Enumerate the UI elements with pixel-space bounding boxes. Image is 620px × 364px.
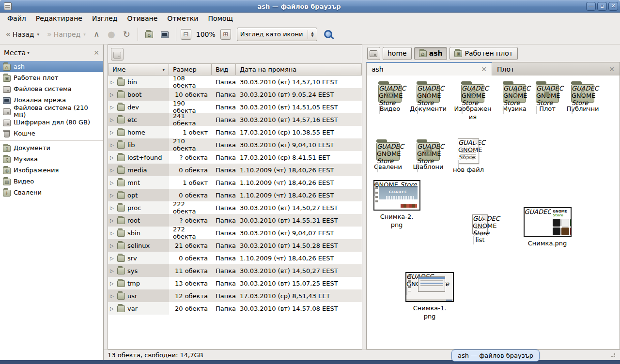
sidebar-item-filesystem[interactable]: Файлова система [0,83,103,94]
view-mode-select[interactable]: Изглед като икони ▲▼ [237,28,317,41]
expander-icon[interactable]: ▷ [110,117,115,122]
tab-desktop[interactable]: Плот ✕ [492,62,620,76]
folder-downloads[interactable]: GUADEC GNOME Store Свалени [368,138,408,171]
expander-icon[interactable]: ▷ [110,293,115,299]
file-snimka-1-png[interactable]: GUADEC GNOME Store Снимка-1. png [403,272,456,320]
file-snimka-png[interactable]: GUADEC GNOME Store Снимка.png [521,207,574,247]
sidebar-item-home-ash[interactable]: ash [0,61,103,72]
expander-icon[interactable]: ▷ [110,218,115,223]
titlebar[interactable]: ash — файлов браузър — ▫ ✕ [0,0,620,13]
tree-root-button[interactable] [111,48,124,61]
path-home-button[interactable]: home [383,47,412,60]
table-row[interactable]: ▷ lost+found ? обекта Папка 17.03.2010 (… [108,151,362,164]
pane-splitter[interactable] [104,45,108,349]
reload-button[interactable]: ↻ [120,28,133,41]
table-row[interactable]: ▷ media 0 обекта Папка 1.10.2009 (чт) 18… [108,164,362,176]
home-button[interactable] [142,29,156,40]
path-desktop-button[interactable]: Работен плот [450,47,517,60]
pane-splitter[interactable] [362,45,366,349]
table-row[interactable]: ▷ opt 0 обекта Папка 1.10.2009 (чт) 18,4… [108,189,362,201]
zoom-in-button[interactable]: ⊞ [220,29,231,40]
folder-videos[interactable]: GUADEC GNOME Store Видео [370,80,410,113]
table-row[interactable]: ▷ boot 10 обекта Папка 30.03.2010 (вт) 9… [108,88,362,101]
table-row[interactable]: ▷ root ? обекта Папка 30.03.2010 (вт) 14… [108,214,362,227]
expander-icon[interactable]: ▷ [110,142,115,148]
expander-icon[interactable]: ▷ [110,92,115,97]
expander-icon[interactable]: ▷ [110,79,115,85]
menu-item[interactable]: Отиване [123,14,162,23]
folder-templates[interactable]: GUADEC GNOME Store Шаблони [408,138,449,171]
close-button[interactable]: ✕ [608,2,618,11]
table-row[interactable]: ▷ sbin 272 обекта Папка 30.03.2010 (вт) … [108,227,362,239]
file-list[interactable]: GUADEC GNOME Store list [461,213,499,244]
expander-icon[interactable]: ▷ [110,243,115,248]
forward-button[interactable]: » Напред ▾ [44,28,89,41]
file-new-file[interactable]: GUADEC GNOME Store нов файл [448,137,489,174]
expander-icon[interactable]: ▷ [110,230,115,236]
menu-item[interactable]: Изглед [88,14,122,23]
expander-icon[interactable]: ▷ [110,180,115,185]
table-row[interactable]: ▷ lib 210 обекта Папка 30.03.2010 (вт) 9… [108,138,362,151]
table-row[interactable]: ▷ var 20 обекта Папка 30.03.2010 (вт) 14… [108,302,362,315]
sidebar-title[interactable]: Места [4,49,26,57]
minimize-button[interactable]: — [586,2,596,11]
table-row[interactable]: ▷ usr 12 обекта Папка 17.03.2010 (ср) 8,… [108,289,362,302]
table-row[interactable]: ▷ bin 108 обекта Папка 30.03.2010 (вт) 1… [108,76,362,88]
expander-icon[interactable]: ▷ [110,205,115,211]
expander-icon[interactable]: ▷ [110,105,115,110]
chevron-down-icon[interactable]: ▾ [27,50,30,55]
path-current-button[interactable]: ash [414,47,448,60]
computer-button[interactable] [158,29,171,40]
up-button[interactable]: ∧ [91,28,103,41]
zoom-out-button[interactable]: ⊟ [181,29,191,40]
table-row[interactable]: ▷ tmp 13 обекта Папка 30.03.2010 (вт) 15… [108,277,362,289]
table-row[interactable]: ▷ proc 222 обекта Папка 30.03.2010 (вт) … [108,201,362,214]
folder-documents[interactable]: GUADEC GNOME Store Документи [405,80,451,113]
menu-item[interactable]: Файл [3,14,31,23]
expander-icon[interactable]: ▷ [110,281,115,286]
table-row[interactable]: ▷ sys 11 обекта Папка 30.03.2010 (вт) 14… [108,264,362,277]
icon-view[interactable]: GUADEC GNOME Store Видео [366,76,620,349]
tab-close-icon[interactable]: ✕ [609,65,615,73]
menu-item[interactable]: Редактиране [31,14,87,23]
column-header-size[interactable]: Размер [169,63,212,76]
column-header-name[interactable]: Име ▾ [108,63,169,76]
tab-close-icon[interactable]: ✕ [481,65,487,73]
expander-icon[interactable]: ▷ [110,167,115,173]
sidebar-item-videos[interactable]: Видео [0,176,103,187]
path-root-button[interactable] [367,47,380,60]
expander-icon[interactable]: ▷ [110,306,115,311]
sidebar-item-desktop[interactable]: Работен плот [0,72,103,83]
sidebar-item-pictures[interactable]: Изображения [0,165,103,176]
table-row[interactable]: ▷ mnt 1 обект Папка 1.10.2009 (чт) 18,40… [108,176,362,189]
sidebar-item-trash[interactable]: Кошче [0,128,103,139]
table-row[interactable]: ▷ etc 241 обекта Папка 30.03.2010 (вт) 1… [108,113,362,126]
forward-dropdown-icon[interactable]: ▾ [82,32,86,37]
back-button[interactable]: « Назад ▾ [3,28,42,41]
folder-public[interactable]: GUADEC GNOME Store Публични [559,80,606,113]
column-header-date[interactable]: Дата на промяна [236,63,362,76]
table-row[interactable]: ▷ home 1 обект Папка 17.03.2010 (ср) 10,… [108,126,362,138]
expander-icon[interactable]: ▷ [110,256,115,261]
sidebar-item-encrypted-80gb[interactable]: Шифриран дял (80 GB) [0,117,103,128]
sidebar-close-icon[interactable]: ✕ [93,49,99,57]
stop-button[interactable]: ● [105,28,118,41]
expander-icon[interactable]: ▷ [110,130,115,135]
search-icon[interactable] [324,30,332,38]
menu-item[interactable]: Отметки [163,14,202,23]
maximize-button[interactable]: ▫ [597,2,607,11]
sidebar-item-downloads[interactable]: Свалени [0,187,103,198]
tab-ash[interactable]: ash ✕ [366,62,492,76]
folder-pictures[interactable]: GUADEC GNOME Store Изображен ия [450,80,496,121]
menu-item[interactable]: Помощ [203,14,237,23]
resize-grip[interactable] [610,352,616,358]
expander-icon[interactable]: ▷ [110,268,115,273]
sidebar-item-volume-210mb[interactable]: Файлова система (210 MB) [0,106,103,117]
table-row[interactable]: ▷ dev 190 обекта Папка 30.03.2010 (вт) 1… [108,101,362,113]
expander-icon[interactable]: ▷ [110,193,115,198]
table-row[interactable]: ▷ srv 0 обекта Папка 1.10.2009 (чт) 18,4… [108,252,362,264]
back-dropdown-icon[interactable]: ▾ [36,32,40,37]
sidebar-item-documents[interactable]: Документи [0,142,103,153]
expander-icon[interactable]: ▷ [110,155,115,160]
sidebar-item-music[interactable]: Музика [0,153,103,165]
